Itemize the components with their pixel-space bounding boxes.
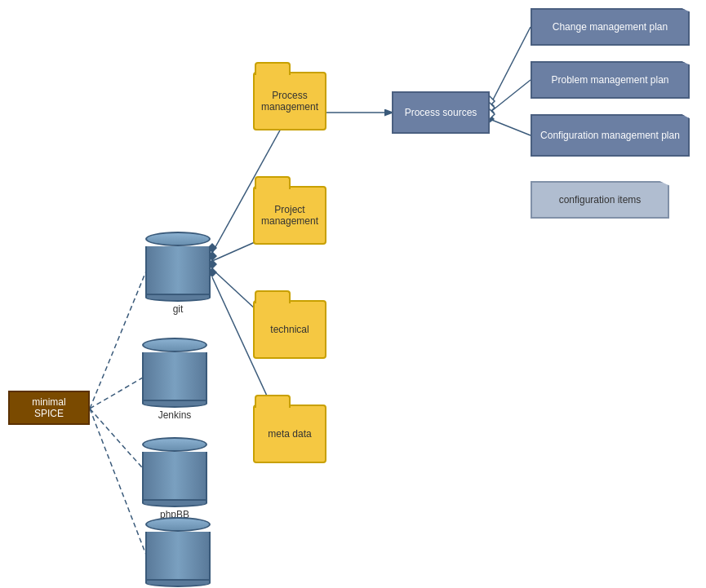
folder-process-management: Process management	[253, 72, 326, 130]
process-sources-label: Process sources	[405, 107, 477, 118]
cylinder-mantis-top	[145, 517, 211, 532]
cylinder-phpbb-top	[142, 437, 207, 452]
problem-management-doc: Problem management plan	[531, 61, 690, 99]
problem-management-label: Problem management plan	[551, 74, 668, 86]
svg-line-1	[90, 375, 147, 409]
svg-line-13	[490, 27, 531, 106]
config-items-doc: configuration items	[531, 181, 669, 219]
svg-line-15	[490, 80, 531, 113]
cylinder-phpbb: phpBB	[142, 437, 207, 520]
cylinder-mantis-body	[145, 532, 211, 581]
svg-line-3	[90, 409, 147, 557]
cylinder-git-body	[145, 246, 211, 295]
folder-process-management-label: Process management	[255, 86, 325, 116]
cylinder-jenkins: Jenkins	[142, 338, 207, 421]
cylinder-git-label: git	[173, 303, 184, 315]
svg-line-0	[90, 269, 147, 409]
change-management-doc: Change management plan	[531, 8, 690, 46]
config-management-label: Configuration management plan	[540, 130, 680, 141]
folder-meta-data-label: meta data	[264, 425, 314, 443]
cylinder-phpbb-body	[142, 452, 207, 501]
cylinder-git: git	[145, 232, 211, 315]
minimal-spice-label: minimal SPICE	[16, 396, 82, 419]
minimal-spice-box: minimal SPICE	[8, 391, 90, 425]
config-management-doc: Configuration management plan	[531, 114, 690, 157]
cylinder-git-top	[145, 232, 211, 246]
change-management-label: Change management plan	[553, 21, 668, 33]
config-items-label: configuration items	[559, 194, 642, 206]
diagram: Process management Project management te…	[0, 0, 706, 588]
folder-project-management: Project management	[253, 186, 326, 245]
folder-project-management-label: Project management	[255, 201, 325, 230]
folder-meta-data: meta data	[253, 405, 326, 463]
cylinder-jenkins-top	[142, 338, 207, 352]
svg-line-17	[490, 119, 531, 135]
process-sources-box: Process sources	[392, 91, 490, 134]
folder-technical-label: technical	[267, 321, 312, 338]
cylinder-mantis: Mantis database	[142, 517, 214, 588]
folder-technical: technical	[253, 300, 326, 359]
cylinder-jenkins-body	[142, 352, 207, 401]
cylinder-jenkins-label: Jenkins	[158, 409, 192, 421]
svg-line-2	[90, 409, 147, 473]
